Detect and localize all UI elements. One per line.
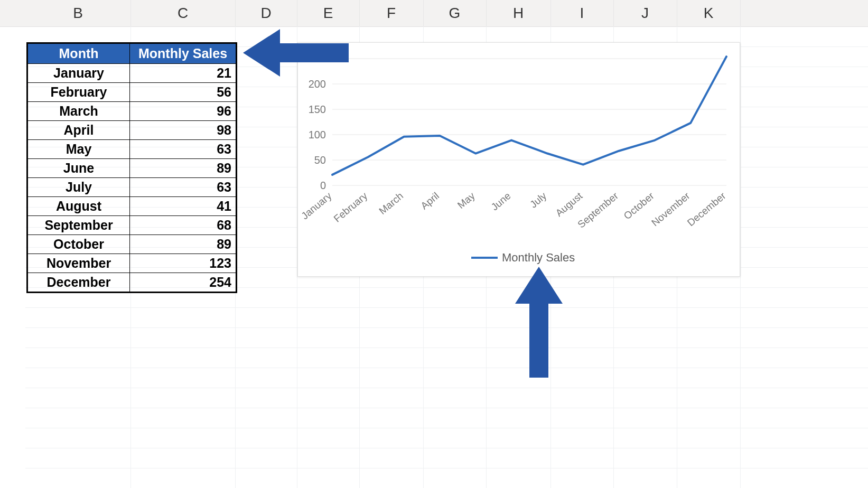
x-tick-label: January xyxy=(299,190,334,222)
table-row[interactable]: October89 xyxy=(28,235,236,254)
y-tick-label: 200 xyxy=(309,78,326,90)
col-header-B[interactable]: B xyxy=(25,0,131,26)
x-tick-label: June xyxy=(489,190,513,213)
table-cell-value[interactable]: 89 xyxy=(130,159,236,178)
table-cell-month[interactable]: October xyxy=(28,235,130,254)
y-tick-label: 50 xyxy=(314,154,326,166)
table-cell-month[interactable]: August xyxy=(28,197,130,216)
chart-legend: Monthly Sales xyxy=(471,251,575,264)
chart-legend-label: Monthly Sales xyxy=(502,251,575,264)
col-header-E[interactable]: E xyxy=(297,0,360,26)
table-header-sales: Monthly Sales xyxy=(130,44,236,64)
table-header-month: Month xyxy=(28,44,130,64)
col-header-H[interactable]: H xyxy=(486,0,551,26)
x-tick-label: October xyxy=(622,190,657,222)
col-header-G[interactable]: G xyxy=(423,0,487,26)
x-tick-label: March xyxy=(377,190,405,217)
table-cell-value[interactable]: 98 xyxy=(130,121,236,140)
y-tick-label: 150 xyxy=(309,104,326,115)
line-chart[interactable]: 050100150200250JanuaryFebruaryMarchApril… xyxy=(297,42,740,277)
table-row[interactable]: February56 xyxy=(28,83,236,102)
table-cell-month[interactable]: September xyxy=(28,216,130,235)
table-row[interactable]: July63 xyxy=(28,178,236,197)
table-cell-month[interactable]: January xyxy=(28,64,130,83)
x-tick-label: September xyxy=(575,190,620,230)
table-row[interactable]: January21 xyxy=(28,64,236,83)
svg-marker-8 xyxy=(515,267,563,378)
arrow-up-to-legend xyxy=(515,267,563,380)
chart-line-series xyxy=(332,57,726,175)
table-cell-month[interactable]: June xyxy=(28,159,130,178)
table-cell-value[interactable]: 96 xyxy=(130,102,236,121)
svg-marker-7 xyxy=(243,29,349,77)
col-header-D[interactable]: D xyxy=(235,0,297,26)
data-table[interactable]: Month Monthly Sales January21February56M… xyxy=(26,42,237,293)
y-tick-label: 100 xyxy=(309,129,326,140)
x-tick-label: November xyxy=(649,190,692,229)
table-cell-value[interactable]: 63 xyxy=(130,178,236,197)
table-cell-value[interactable]: 41 xyxy=(130,197,236,216)
table-cell-value[interactable]: 123 xyxy=(130,254,236,273)
table-cell-value[interactable]: 89 xyxy=(130,235,236,254)
x-tick-label: April xyxy=(418,190,441,212)
spreadsheet-column-header-row: B C D E F G H I J K xyxy=(0,0,868,27)
table-row[interactable]: August41 xyxy=(28,197,236,216)
table-cell-month[interactable]: July xyxy=(28,178,130,197)
chart-svg: 050100150200250JanuaryFebruaryMarchApril… xyxy=(298,43,740,276)
table-cell-month[interactable]: March xyxy=(28,102,130,121)
table-cell-value[interactable]: 254 xyxy=(130,273,236,292)
table-row[interactable]: May63 xyxy=(28,140,236,159)
table-row[interactable]: March96 xyxy=(28,102,236,121)
table-cell-value[interactable]: 56 xyxy=(130,83,236,102)
arrow-right-to-table-header xyxy=(243,29,349,79)
table-row[interactable]: November123 xyxy=(28,254,236,273)
table-row[interactable]: September68 xyxy=(28,216,236,235)
table-cell-value[interactable]: 63 xyxy=(130,140,236,159)
table-row[interactable]: December254 xyxy=(28,273,236,292)
col-header-J[interactable]: J xyxy=(613,0,677,26)
col-header-C[interactable]: C xyxy=(130,0,236,26)
table-cell-month[interactable]: November xyxy=(28,254,130,273)
table-cell-month[interactable]: May xyxy=(28,140,130,159)
table-cell-month[interactable]: December xyxy=(28,273,130,292)
table-row[interactable]: April98 xyxy=(28,121,236,140)
table-cell-value[interactable]: 68 xyxy=(130,216,236,235)
x-tick-label: May xyxy=(455,190,477,211)
x-tick-label: August xyxy=(553,190,584,219)
col-header-K[interactable]: K xyxy=(677,0,741,26)
table-cell-month[interactable]: February xyxy=(28,83,130,102)
x-tick-label: December xyxy=(685,190,728,229)
table-cell-month[interactable]: April xyxy=(28,121,130,140)
table-row[interactable]: June89 xyxy=(28,159,236,178)
col-header-F[interactable]: F xyxy=(359,0,424,26)
x-tick-label: July xyxy=(528,190,549,210)
x-tick-label: February xyxy=(332,190,370,224)
col-header-I[interactable]: I xyxy=(550,0,614,26)
table-cell-value[interactable]: 21 xyxy=(130,64,236,83)
y-tick-label: 0 xyxy=(320,180,326,191)
